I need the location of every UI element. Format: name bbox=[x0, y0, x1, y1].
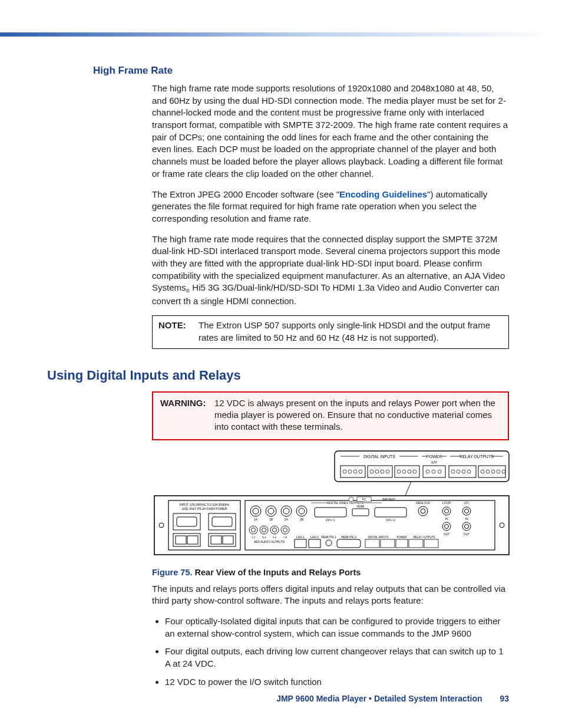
svg-point-82 bbox=[262, 528, 266, 532]
label-ltc: LTC bbox=[464, 501, 469, 505]
figure-caption: Figure 75. Rear View of the Inputs and R… bbox=[152, 568, 509, 577]
svg-rect-51 bbox=[223, 536, 233, 544]
label-hdmi: HDMI bbox=[357, 505, 365, 508]
heading-high-frame-rate: High Frame Rate bbox=[93, 65, 509, 77]
svg-rect-92 bbox=[309, 539, 320, 548]
hfr-p2-pre: The Extron JPEG 2000 Encoder software (s… bbox=[152, 189, 339, 199]
label-lan1: LAN 1 bbox=[296, 535, 305, 539]
heading-using-digital-inputs: Using Digital Inputs and Relays bbox=[47, 368, 509, 383]
svg-point-60 bbox=[299, 508, 305, 514]
figure-75: DIGITAL INPUTS POWER 12V RELAY OUTPUTS bbox=[152, 450, 509, 577]
label-lan2: LAN 2 bbox=[310, 535, 319, 539]
svg-text:1-2: 1-2 bbox=[252, 536, 256, 539]
svg-text:FC: FC bbox=[362, 498, 366, 501]
list-item: 12 VDC to power the I/O switch function bbox=[165, 676, 509, 689]
svg-point-67 bbox=[421, 509, 425, 513]
label-in-2: IN bbox=[465, 517, 468, 521]
label-out-2: OUT bbox=[464, 532, 470, 536]
svg-point-75 bbox=[465, 524, 469, 528]
label-power: POWER bbox=[427, 454, 442, 459]
label-sdi-1b: 1B bbox=[269, 518, 273, 521]
svg-rect-49 bbox=[187, 536, 198, 544]
svg-rect-63 bbox=[315, 508, 346, 517]
encoding-guidelines-link[interactable]: Encoding Guidelines bbox=[339, 189, 427, 199]
svg-point-73 bbox=[445, 524, 449, 528]
page-content: High Frame Rate The high frame rate mode… bbox=[47, 32, 509, 688]
svg-rect-45 bbox=[212, 517, 232, 526]
svg-point-58 bbox=[283, 508, 289, 514]
label-loop: LOOP bbox=[442, 501, 451, 505]
warning-text: 12 VDC is always present on the inputs a… bbox=[214, 397, 501, 433]
label-brand: JMP 9600 bbox=[382, 498, 395, 501]
list-item: Four optically-Isolated digital inputs t… bbox=[165, 615, 509, 640]
svg-point-40 bbox=[500, 523, 504, 528]
label-12v: 12V bbox=[431, 460, 438, 464]
label-sdi-1a: 1A bbox=[254, 518, 258, 521]
label-input-spec-1: INPUT: 100-240VAC 5.0-10A 50/60Hz bbox=[180, 503, 230, 506]
svg-rect-12 bbox=[478, 466, 505, 477]
svg-rect-64 bbox=[352, 509, 369, 516]
svg-rect-11 bbox=[449, 466, 476, 477]
figure-number: Figure 75. bbox=[152, 568, 195, 577]
svg-rect-99 bbox=[424, 539, 438, 548]
label-in: IN bbox=[445, 517, 448, 521]
document-page: High Frame Rate The high frame rate mode… bbox=[0, 0, 562, 728]
svg-point-56 bbox=[268, 508, 274, 514]
note-box: NOTE: The Extron USP 507 supports only s… bbox=[152, 315, 509, 349]
hfr-paragraph-1: The high frame rate mode supports resolu… bbox=[152, 83, 509, 180]
rear-panel-diagram: DIGITAL INPUTS POWER 12V RELAY OUTPUTS bbox=[152, 450, 511, 564]
label-relay-outputs: RELAY OUTPUTS bbox=[459, 454, 494, 459]
svg-rect-8 bbox=[368, 466, 392, 477]
svg-text:POWER: POWER bbox=[396, 536, 407, 539]
hfr-paragraph-2: The Extron JPEG 2000 Encoder software (s… bbox=[152, 189, 509, 225]
svg-rect-65 bbox=[375, 508, 406, 517]
relays-paragraph-1: The inputs and relays ports offers digit… bbox=[152, 583, 509, 607]
svg-point-93 bbox=[326, 540, 332, 546]
svg-point-78 bbox=[349, 497, 353, 502]
warning-box: WARNING: 12 VDC is always present on the… bbox=[152, 391, 509, 440]
svg-rect-7 bbox=[340, 466, 365, 477]
relays-body: The inputs and relays ports offers digit… bbox=[152, 583, 509, 689]
list-item: Four digital outputs, each driving low c… bbox=[165, 645, 509, 670]
label-out: OUT bbox=[444, 532, 450, 536]
label-sdi-2a: 2A bbox=[285, 518, 289, 521]
svg-point-39 bbox=[159, 523, 164, 528]
svg-text:RELAY OUTPUTS: RELAY OUTPUTS bbox=[413, 536, 435, 539]
label-dvi1: DVI-I 1 bbox=[326, 518, 335, 522]
svg-text:7-8: 7-8 bbox=[283, 536, 287, 539]
svg-rect-98 bbox=[409, 539, 423, 548]
svg-rect-91 bbox=[295, 539, 306, 548]
svg-text:DIGITAL INPUTS: DIGITAL INPUTS bbox=[368, 536, 389, 539]
hfr-paragraph-3: The high frame rate mode requires that t… bbox=[152, 233, 509, 308]
hfr-body: The high frame rate mode supports resolu… bbox=[152, 83, 509, 307]
svg-point-54 bbox=[253, 508, 259, 514]
label-sdi-2b: 2B bbox=[300, 518, 304, 521]
label-remote1: REMOTE 1 bbox=[321, 535, 336, 539]
svg-rect-48 bbox=[176, 536, 186, 544]
note-text: The Extron USP 507 supports only single-… bbox=[199, 319, 503, 344]
svg-rect-10 bbox=[423, 466, 445, 477]
label-dvi2: DVI-I 2 bbox=[386, 518, 395, 522]
svg-rect-97 bbox=[396, 539, 408, 548]
note-label: NOTE: bbox=[158, 319, 199, 344]
figure-title: Rear View of the Inputs and Relays Ports bbox=[195, 568, 361, 577]
label-aes-audio: AES AUDIO OUTPUTS bbox=[254, 540, 285, 543]
svg-point-84 bbox=[273, 528, 277, 532]
svg-point-71 bbox=[465, 509, 469, 513]
page-footer: JMP 9600 Media Player • Detailed System … bbox=[0, 694, 509, 703]
page-number: 93 bbox=[500, 694, 509, 703]
warning-label: WARNING: bbox=[160, 397, 214, 433]
relays-bullets: Four optically-Isolated digital inputs t… bbox=[152, 615, 509, 688]
label-genlock: GENLOCK bbox=[416, 501, 431, 505]
svg-rect-95 bbox=[365, 539, 379, 548]
header-gradient-bar bbox=[0, 32, 562, 37]
hfr-p3-b: Hi5 3G 3G/Dual-link/HD/SD-SDI To HDMI 1.… bbox=[152, 282, 500, 305]
svg-text:5-6: 5-6 bbox=[273, 536, 277, 539]
svg-rect-94 bbox=[337, 539, 361, 548]
label-digital-inputs: DIGITAL INPUTS bbox=[363, 454, 395, 459]
footer-text: JMP 9600 Media Player • Detailed System … bbox=[276, 694, 482, 703]
svg-point-69 bbox=[445, 509, 449, 513]
svg-rect-44 bbox=[177, 517, 197, 526]
svg-rect-50 bbox=[211, 536, 222, 544]
svg-text:3-4: 3-4 bbox=[262, 536, 266, 539]
